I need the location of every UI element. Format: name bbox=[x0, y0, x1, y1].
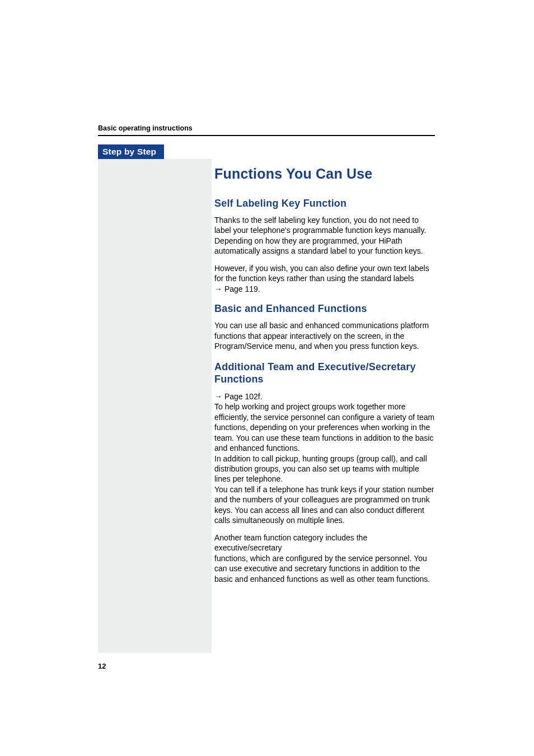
document-page: Basic operating instructions Step by Ste… bbox=[0, 0, 534, 756]
page-ref-text: Page 102f. bbox=[222, 392, 263, 401]
paragraph: functions, which are configured by the s… bbox=[214, 553, 435, 584]
paragraph: You can use all basic and enhanced commu… bbox=[214, 320, 435, 351]
page-reference[interactable]: → Page 102f. bbox=[214, 392, 263, 401]
paragraph: In addition to call pickup, hunting grou… bbox=[214, 454, 435, 484]
step-by-step-badge: Step by Step bbox=[98, 144, 164, 159]
paragraph: → Page 102f. bbox=[214, 391, 435, 402]
paragraph: You can tell if a telephone has trunk ke… bbox=[214, 484, 435, 526]
heading-1: Functions You Can Use bbox=[214, 166, 435, 182]
heading-2-team-functions: Additional Team and Executive/Secretary … bbox=[214, 361, 435, 386]
sidebar-column bbox=[98, 159, 212, 653]
arrow-right-icon: → bbox=[214, 392, 222, 401]
text-run: However, if you wish, you can also defin… bbox=[214, 264, 429, 283]
paragraph: However, if you wish, you can also defin… bbox=[214, 263, 435, 294]
running-header: Basic operating instructions bbox=[98, 124, 193, 132]
header-rule bbox=[98, 135, 435, 136]
page-reference[interactable]: → Page 119. bbox=[214, 284, 260, 293]
heading-2-basic-enhanced: Basic and Enhanced Functions bbox=[214, 303, 435, 315]
paragraph: Another team function category includes … bbox=[214, 533, 435, 553]
page-number: 12 bbox=[98, 662, 106, 670]
arrow-right-icon: → bbox=[214, 284, 222, 293]
paragraph: Thanks to the self labeling key function… bbox=[214, 215, 435, 256]
page-ref-text: Page 119. bbox=[222, 284, 260, 293]
main-content: Functions You Can Use Self Labeling Key … bbox=[214, 166, 435, 591]
paragraph: To help working and project groups work … bbox=[214, 402, 435, 453]
heading-2-self-labeling: Self Labeling Key Function bbox=[214, 198, 435, 209]
